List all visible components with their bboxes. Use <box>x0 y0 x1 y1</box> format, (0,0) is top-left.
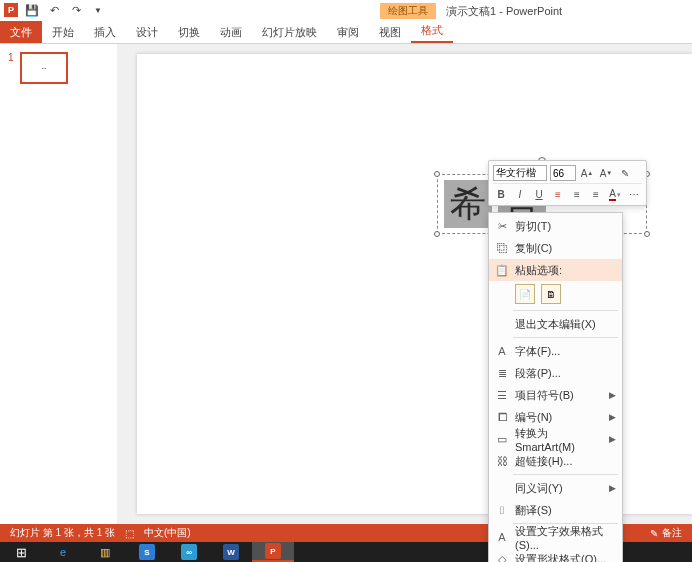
language-label[interactable]: 中文(中国) <box>144 526 191 540</box>
menu-label: 编号(N) <box>511 410 609 425</box>
thumbnail-panel: 1 ·· <box>0 44 117 524</box>
taskbar-ie[interactable]: e <box>42 542 84 562</box>
resize-handle[interactable] <box>434 171 440 177</box>
mini-toolbar: A▲ A▼ ✎ B I U ≡ ≡ ≡ A▾ ⋯ <box>488 160 647 206</box>
taskbar-app[interactable]: S <box>126 542 168 562</box>
tab-transitions[interactable]: 切换 <box>168 21 210 43</box>
notes-icon[interactable]: ✎ <box>650 528 658 539</box>
save-icon[interactable]: 💾 <box>24 2 40 18</box>
taskbar-app[interactable]: ∞ <box>168 542 210 562</box>
tab-format[interactable]: 格式 <box>411 19 453 43</box>
qat-dropdown-icon[interactable]: ▼ <box>90 2 106 18</box>
start-button[interactable]: ⊞ <box>0 542 42 562</box>
menu-exit-text[interactable]: 退出文本编辑(X) <box>489 313 622 335</box>
smartart-icon: ▭ <box>493 433 511 446</box>
cut-icon: ✂ <box>493 220 511 233</box>
app-icon: P <box>4 3 18 17</box>
paste-option-1[interactable]: 🗎 <box>541 284 561 304</box>
submenu-arrow-icon: ▶ <box>609 434 616 444</box>
resize-handle[interactable] <box>644 231 650 237</box>
context-menu: ✂剪切(T)⿻复制(C)📋粘贴选项:📄🗎退出文本编辑(X)A字体(F)...≣段… <box>488 212 623 562</box>
slide-thumbnail[interactable]: ·· <box>20 52 68 84</box>
menu-smartart[interactable]: ▭转换为 SmartArt(M)▶ <box>489 428 622 450</box>
menu-bullets[interactable]: ☰项目符号(B)▶ <box>489 384 622 406</box>
menu-label: 超链接(H)... <box>511 454 616 469</box>
menu-hyperlink[interactable]: ⛓超链接(H)... <box>489 450 622 472</box>
font-size-selector[interactable] <box>550 165 576 181</box>
slide-number: 1 <box>8 52 14 63</box>
slide-counter: 幻灯片 第 1 张，共 1 张 <box>10 526 115 540</box>
submenu-arrow-icon: ▶ <box>609 412 616 422</box>
menu-label: 翻译(S) <box>511 503 616 518</box>
menu-para[interactable]: ≣段落(P)... <box>489 362 622 384</box>
glyph-char: 希 <box>444 180 492 228</box>
submenu-arrow-icon: ▶ <box>609 390 616 400</box>
align-right-icon[interactable]: ≡ <box>588 187 604 203</box>
paste-option-0[interactable]: 📄 <box>515 284 535 304</box>
menu-translate[interactable]: 𠮷翻译(S) <box>489 499 622 521</box>
italic-button[interactable]: I <box>512 187 528 203</box>
menu-label: 段落(P)... <box>511 366 616 381</box>
bold-button[interactable]: B <box>493 187 509 203</box>
menu-label: 退出文本编辑(X) <box>511 317 616 332</box>
font-color-icon[interactable]: A▾ <box>607 187 623 203</box>
numbering-icon: ⧠ <box>493 411 511 423</box>
menu-cut[interactable]: ✂剪切(T) <box>489 215 622 237</box>
menu-shapefmt[interactable]: ◇设置形状格式(O)... <box>489 548 622 562</box>
menu-paste-options[interactable]: 📋粘贴选项: <box>489 259 622 281</box>
copy-icon: ⿻ <box>493 242 511 254</box>
taskbar-word[interactable]: W <box>210 542 252 562</box>
decrease-font-icon[interactable]: A▼ <box>598 165 614 181</box>
translate-icon: 𠮷 <box>493 504 511 516</box>
undo-icon[interactable]: ↶ <box>46 2 62 18</box>
align-left-icon[interactable]: ≡ <box>550 187 566 203</box>
more-icon[interactable]: ⋯ <box>626 187 642 203</box>
font-icon: A <box>493 345 511 357</box>
menu-label: 字体(F)... <box>511 344 616 359</box>
window-title: 演示文稿1 - PowerPoint <box>446 4 562 19</box>
submenu-arrow-icon: ▶ <box>609 483 616 493</box>
tab-review[interactable]: 审阅 <box>327 21 369 43</box>
tab-view[interactable]: 视图 <box>369 21 411 43</box>
lang-icon[interactable]: ⬚ <box>125 528 134 539</box>
menu-label: 剪切(T) <box>511 219 616 234</box>
paste-options-icon: 📋 <box>493 264 511 277</box>
menu-label: 项目符号(B) <box>511 388 609 403</box>
tab-design[interactable]: 设计 <box>126 21 168 43</box>
menu-label: 设置形状格式(O)... <box>511 552 616 563</box>
notes-button[interactable]: 备注 <box>662 526 682 540</box>
menu-label: 设置文字效果格式(S)... <box>511 524 616 551</box>
tab-slideshow[interactable]: 幻灯片放映 <box>252 21 327 43</box>
menu-label: 转换为 SmartArt(M) <box>511 426 609 453</box>
menu-label: 粘贴选项: <box>511 263 616 278</box>
tab-home[interactable]: 开始 <box>42 21 84 43</box>
menu-label: 同义词(Y) <box>511 481 609 496</box>
taskbar-powerpoint[interactable]: P <box>252 542 294 562</box>
menu-font[interactable]: A字体(F)... <box>489 340 622 362</box>
increase-font-icon[interactable]: A▲ <box>579 165 595 181</box>
shapefmt-icon: ◇ <box>493 553 511 563</box>
contextual-tab-label: 绘图工具 <box>380 3 436 19</box>
redo-icon[interactable]: ↷ <box>68 2 84 18</box>
menu-syn[interactable]: 同义词(Y)▶ <box>489 477 622 499</box>
resize-handle[interactable] <box>434 231 440 237</box>
para-icon: ≣ <box>493 367 511 380</box>
tab-insert[interactable]: 插入 <box>84 21 126 43</box>
tab-file[interactable]: 文件 <box>0 21 42 43</box>
hyperlink-icon: ⛓ <box>493 455 511 467</box>
align-center-icon[interactable]: ≡ <box>569 187 585 203</box>
format-painter-icon[interactable]: ✎ <box>617 165 633 181</box>
bullets-icon: ☰ <box>493 389 511 402</box>
menu-textfx[interactable]: A设置文字效果格式(S)... <box>489 526 622 548</box>
textfx-icon: A <box>493 531 511 543</box>
menu-label: 复制(C) <box>511 241 616 256</box>
font-selector[interactable] <box>493 165 547 181</box>
taskbar-explorer[interactable]: ▥ <box>84 542 126 562</box>
ribbon-tabs: 文件 开始 插入 设计 切换 动画 幻灯片放映 审阅 视图 格式 <box>0 20 692 44</box>
menu-copy[interactable]: ⿻复制(C) <box>489 237 622 259</box>
tab-animations[interactable]: 动画 <box>210 21 252 43</box>
underline-button[interactable]: U <box>531 187 547 203</box>
